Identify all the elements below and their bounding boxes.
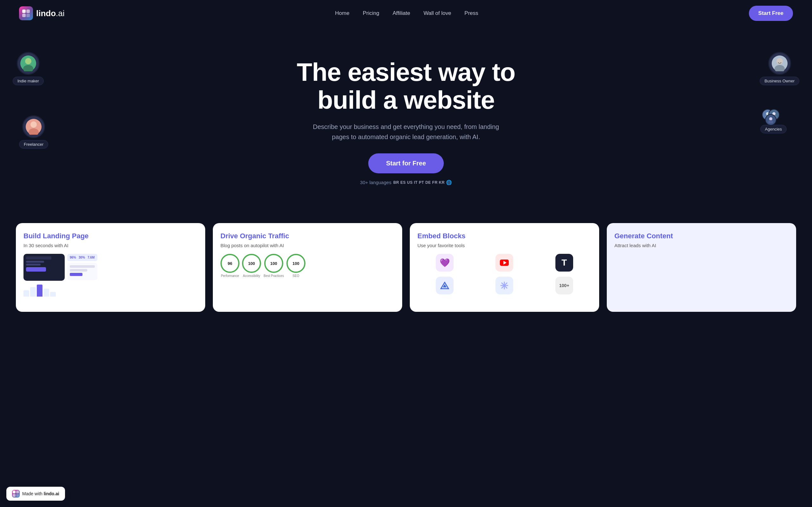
- float-badge-business-owner: Business Owner: [760, 52, 799, 85]
- embed-card-subtitle: Use your favorite tools: [417, 243, 592, 248]
- business-owner-label: Business Owner: [760, 77, 799, 85]
- nav-cta-button[interactable]: Start Free: [749, 6, 793, 21]
- freelancer-label: Freelancer: [19, 140, 48, 149]
- svg-point-5: [25, 58, 32, 64]
- score-circle-bp: 100: [264, 254, 283, 273]
- generate-card-title: Generate Content: [614, 232, 789, 240]
- score-best-practices: 100 Best Practices: [264, 254, 284, 278]
- nav-item-press[interactable]: Press: [464, 10, 478, 16]
- embed-icon-heart: 💜: [436, 254, 454, 272]
- svg-rect-28: [16, 491, 19, 493]
- lang-fr: FR: [432, 180, 438, 185]
- agencies-label: Agencies: [760, 125, 786, 133]
- svg-point-8: [31, 121, 37, 128]
- lang-pt: PT: [419, 180, 424, 185]
- nav-links: Home Pricing Affiliate Wall of love Pres…: [335, 10, 478, 16]
- svg-rect-30: [16, 494, 19, 497]
- score-circle-perf: 96: [220, 254, 240, 273]
- embed-icon-text: T: [555, 254, 573, 272]
- lang-us: US: [407, 180, 413, 185]
- indie-maker-label: Indie maker: [13, 77, 44, 85]
- score-circle-seo: 100: [287, 254, 305, 273]
- business-owner-avatar: [768, 52, 791, 75]
- svg-rect-29: [13, 494, 15, 497]
- nav-item-home[interactable]: Home: [335, 10, 349, 16]
- navbar: lindo.ai Home Pricing Affiliate Wall of …: [0, 0, 812, 26]
- embed-icon-youtube: [496, 254, 513, 272]
- lang-kr: KR: [439, 180, 445, 185]
- made-with-badge[interactable]: Made with lindo.ai: [6, 487, 65, 501]
- landing-card-subtitle: In 30 seconds with AI: [23, 243, 198, 248]
- feature-card-landing: Build Landing Page In 30 seconds with AI…: [16, 223, 205, 312]
- svg-rect-2: [22, 14, 26, 17]
- indie-maker-avatar: [17, 52, 40, 75]
- generate-card-subtitle: Attract leads with AI: [614, 243, 789, 248]
- score-performance: 96 Performance: [220, 254, 240, 278]
- embed-icon-more: 100+: [555, 277, 573, 294]
- svg-rect-1: [26, 9, 30, 13]
- logo[interactable]: lindo.ai: [19, 6, 65, 20]
- svg-rect-0: [22, 9, 26, 13]
- globe-icon: 🌐: [446, 180, 452, 185]
- agencies-avatars: [762, 109, 785, 123]
- lang-de: DE: [425, 180, 431, 185]
- score-circle-acc: 100: [242, 254, 261, 273]
- feature-card-embed: Embed Blocks Use your favorite tools 💜 T: [410, 223, 599, 312]
- feature-card-generate: Generate Content Attract leads with AI: [607, 223, 796, 312]
- traffic-card-subtitle: Blog posts on autopilot with AI: [220, 243, 395, 248]
- freelancer-avatar: [22, 115, 45, 138]
- hero-cta-button[interactable]: Start for Free: [368, 153, 444, 173]
- made-with-logo-icon: [12, 490, 20, 498]
- made-with-text: Made with lindo.ai: [22, 491, 59, 496]
- features-section: Build Landing Page In 30 seconds with AI…: [0, 210, 812, 325]
- feature-card-traffic: Drive Organic Traffic Blog posts on auto…: [213, 223, 402, 312]
- hero-title: The easiest way to build a website: [279, 58, 533, 114]
- embed-icons-grid: 💜 T: [417, 254, 592, 294]
- hero-languages: 30+ languages BR ES US IT PT DE FR KR 🌐: [360, 180, 452, 185]
- svg-point-17: [769, 117, 772, 120]
- lang-es: ES: [400, 180, 406, 185]
- logo-icon: [19, 6, 33, 20]
- score-seo: 100 SEO: [287, 254, 305, 278]
- lang-it: IT: [414, 180, 418, 185]
- lang-badges: BR ES US IT PT DE FR KR 🌐: [393, 180, 452, 185]
- traffic-card-title: Drive Organic Traffic: [220, 232, 395, 240]
- svg-rect-27: [13, 491, 15, 493]
- embed-card-title: Embed Blocks: [417, 232, 592, 240]
- languages-prefix: 30+ languages: [360, 180, 392, 185]
- nav-item-pricing[interactable]: Pricing: [363, 10, 379, 16]
- svg-point-18: [768, 120, 773, 123]
- hero-section: Indie maker Freelancer Business Owner: [0, 26, 812, 210]
- nav-item-wall-of-love[interactable]: Wall of love: [423, 10, 451, 16]
- svg-rect-3: [26, 14, 30, 17]
- lang-br: BR: [393, 180, 399, 185]
- embed-icon-asterisk: [496, 277, 513, 294]
- float-badge-freelancer: Freelancer: [19, 115, 48, 149]
- traffic-scores: 96 Performance 100 Accessibility 100 Bes…: [220, 254, 395, 278]
- embed-icon-vue: [436, 277, 454, 294]
- float-badge-indie-maker: Indie maker: [13, 52, 44, 85]
- score-accessibility: 100 Accessibility: [242, 254, 261, 278]
- logo-text: lindo.ai: [36, 9, 65, 18]
- nav-item-affiliate[interactable]: Affiliate: [393, 10, 410, 16]
- landing-preview: 96% 30% 7.6M: [23, 254, 198, 281]
- landing-card-title: Build Landing Page: [23, 232, 198, 240]
- hero-subtitle: Describe your business and get everythin…: [311, 122, 501, 142]
- float-badge-agencies: Agencies: [760, 109, 786, 133]
